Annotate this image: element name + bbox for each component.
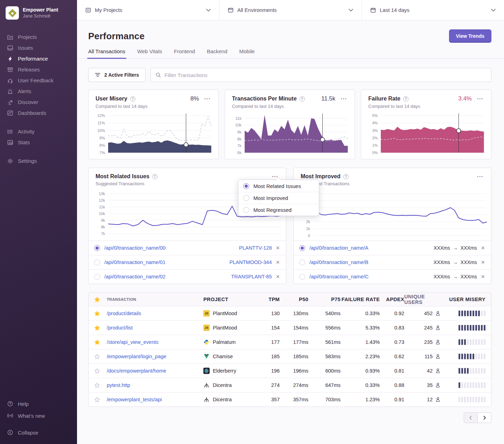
view-trends-button[interactable]: View Trends bbox=[449, 29, 491, 43]
transaction-link[interactable]: /product/details bbox=[107, 311, 141, 316]
sidebar-item-whats-new[interactable]: What’s new bbox=[0, 410, 77, 422]
star-toggle[interactable] bbox=[94, 354, 100, 360]
unique-users-value: 12 bbox=[427, 397, 433, 402]
issue-link[interactable]: TRANSPLANT-85 bbox=[231, 274, 272, 279]
user-misery-gauge bbox=[441, 339, 485, 345]
sidebar-item-alerts[interactable]: Alerts bbox=[0, 86, 77, 97]
radio-button[interactable] bbox=[299, 245, 305, 251]
help-circle-icon[interactable]: ? bbox=[403, 96, 408, 102]
sidebar-item-projects[interactable]: Projects bbox=[0, 32, 77, 42]
sidebar-item-label: Stats bbox=[18, 139, 30, 145]
help-circle-icon[interactable]: ? bbox=[300, 96, 305, 102]
previous-page-button[interactable] bbox=[464, 412, 478, 423]
python-icon bbox=[203, 339, 210, 345]
card-menu-button[interactable]: ⋯ bbox=[340, 96, 348, 101]
react-icon bbox=[203, 368, 210, 374]
tpm-chart: 11k10k9k8k7k6k bbox=[232, 113, 348, 153]
sidebar-item-user-feedback[interactable]: User Feedback bbox=[0, 75, 77, 86]
star-toggle[interactable] bbox=[94, 325, 100, 331]
chart-plot-area[interactable] bbox=[313, 191, 487, 236]
next-page-button[interactable] bbox=[477, 412, 491, 423]
help-circle-icon[interactable]: ? bbox=[152, 174, 158, 179]
tab-backend[interactable]: Backend bbox=[207, 48, 227, 58]
sidebar-item-dashboards[interactable]: Dashboards bbox=[0, 107, 77, 118]
transaction-link[interactable]: /api/0/transaction_name/02 bbox=[104, 274, 166, 279]
sidebar-collapse-button[interactable]: Collapse bbox=[0, 426, 77, 438]
star-toggle[interactable] bbox=[94, 397, 100, 403]
chart-plot-area[interactable] bbox=[108, 113, 211, 153]
star-toggle[interactable] bbox=[94, 339, 100, 345]
issue-link[interactable]: PLANTTV-128 bbox=[239, 245, 272, 251]
help-circle-icon[interactable]: ? bbox=[343, 174, 349, 179]
column-header-project[interactable]: PROJECT bbox=[203, 297, 260, 302]
radio-button[interactable] bbox=[94, 259, 100, 265]
sidebar-item-activity[interactable]: Activity bbox=[0, 126, 77, 137]
radio-button[interactable] bbox=[94, 274, 100, 280]
star-toggle[interactable] bbox=[94, 311, 100, 317]
tab-web-vitals[interactable]: Web Vitals bbox=[137, 48, 162, 58]
issue-link[interactable]: PLANTMOOD-344 bbox=[230, 259, 272, 265]
sidebar-item-issues[interactable]: Issues bbox=[0, 42, 77, 53]
duration-before: XXXms bbox=[434, 245, 450, 251]
column-header-apdex[interactable]: APDEX bbox=[380, 297, 404, 302]
transaction-link[interactable]: /api/0/transaction_name/01 bbox=[104, 259, 166, 265]
menu-item-most-regressed[interactable]: Most Regressed bbox=[238, 204, 319, 216]
card-menu-button[interactable]: ⋯ bbox=[476, 174, 484, 179]
close-icon[interactable]: × bbox=[275, 245, 280, 251]
org-switcher[interactable]: Empower Plant Jane Schmidt bbox=[0, 5, 77, 21]
active-filters-button[interactable]: 2 Active Filters bbox=[88, 68, 146, 82]
menu-item-most-improved[interactable]: Most Improved bbox=[238, 192, 319, 204]
close-icon[interactable]: × bbox=[275, 273, 280, 280]
close-icon[interactable]: × bbox=[480, 245, 485, 251]
sidebar-item-help[interactable]: Help bbox=[0, 398, 77, 410]
tab-mobile[interactable]: Mobile bbox=[239, 48, 254, 58]
chart-plot-area[interactable] bbox=[381, 113, 484, 153]
close-icon[interactable]: × bbox=[480, 259, 485, 265]
transaction-link[interactable]: /store/api_view_events bbox=[107, 339, 159, 345]
chart-plot-area[interactable] bbox=[245, 113, 348, 153]
sidebar-item-stats[interactable]: Stats bbox=[0, 137, 77, 148]
menu-item-most-related-issues[interactable]: Most Related Issues bbox=[238, 180, 319, 192]
star-header-icon[interactable] bbox=[94, 297, 100, 303]
table-row: /docs/empowerplant/home Elderberry 196 1… bbox=[89, 363, 491, 378]
help-circle-icon[interactable]: ? bbox=[130, 96, 135, 102]
sidebar-item-settings[interactable]: Settings bbox=[0, 155, 77, 166]
sidebar-item-performance[interactable]: Performance bbox=[0, 53, 77, 64]
star-toggle[interactable] bbox=[94, 382, 100, 388]
transaction-link[interactable]: /product/list bbox=[107, 325, 133, 331]
card-menu-button[interactable]: ⋯ bbox=[476, 96, 484, 101]
window-icon bbox=[228, 7, 233, 13]
tab-frontend[interactable]: Frontend bbox=[174, 48, 195, 58]
search-input[interactable] bbox=[164, 72, 486, 78]
radio-button[interactable] bbox=[94, 245, 100, 251]
y-axis-labels: 11k10k9k8k7k6k bbox=[232, 113, 245, 153]
radio-button[interactable] bbox=[299, 259, 305, 265]
transaction-link[interactable]: /docs/empowerplant/home bbox=[107, 368, 166, 374]
user-icon bbox=[435, 339, 441, 345]
star-toggle[interactable] bbox=[94, 368, 100, 374]
date-range-selector[interactable]: Last 14 days bbox=[362, 0, 504, 20]
card-menu-button[interactable]: ⋯ bbox=[203, 96, 211, 101]
column-header-p75[interactable]: P75 bbox=[308, 297, 341, 302]
column-header-unique-users[interactable]: UNIQUE USERS bbox=[404, 294, 441, 305]
sidebar-item-releases[interactable]: Releases bbox=[0, 64, 77, 75]
transaction-link[interactable]: /api/0/transaction_name/C bbox=[309, 274, 369, 279]
project-selector[interactable]: My Projects bbox=[77, 0, 219, 20]
transaction-link[interactable]: /empowerplant/login_page bbox=[107, 354, 166, 359]
column-header-user-misery[interactable]: USER MISERY bbox=[441, 297, 485, 302]
column-header-p50[interactable]: P50 bbox=[280, 297, 308, 302]
column-header-failure-rate[interactable]: FAILURE RATE bbox=[341, 297, 380, 302]
transaction-link[interactable]: /api/0/transaction_name/00 bbox=[104, 245, 166, 251]
close-icon[interactable]: × bbox=[275, 259, 280, 265]
environment-selector[interactable]: All Environments bbox=[219, 0, 362, 20]
close-icon[interactable]: × bbox=[480, 273, 485, 280]
transaction-link[interactable]: pytest.http bbox=[107, 382, 130, 388]
radio-button[interactable] bbox=[299, 274, 305, 280]
transaction-link[interactable]: /api/0/transaction_name/B bbox=[309, 259, 368, 265]
column-header-transaction[interactable]: TRANSACTION bbox=[107, 297, 203, 301]
column-header-tpm[interactable]: TPM bbox=[260, 297, 280, 302]
sidebar-item-discover[interactable]: Discover bbox=[0, 97, 77, 107]
transaction-link[interactable]: /api/0/transaction_name/A bbox=[309, 245, 368, 251]
tab-all-transactions[interactable]: All Transactions bbox=[88, 48, 125, 58]
transaction-link[interactable]: /empowerplant_tests/api bbox=[107, 397, 162, 402]
